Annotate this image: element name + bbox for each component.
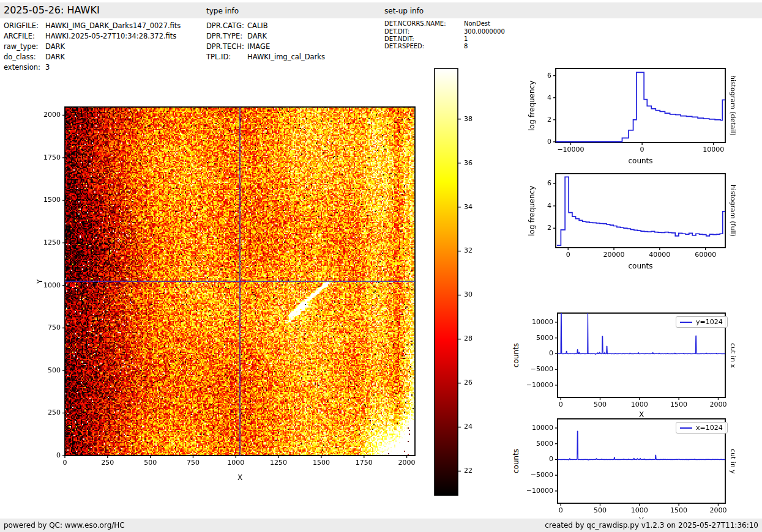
histogram-detail-yaxis-label: log frequency — [528, 68, 536, 142]
type-info-label: DPR.TECH: — [206, 42, 244, 51]
cut-in-x-xaxis-label: X — [558, 410, 725, 419]
type-info-label: TPL.ID: — [206, 53, 231, 61]
file-info-value: DARK — [45, 53, 65, 61]
main-yaxis-label: Y — [35, 107, 44, 456]
histogram-detail-xaxis-label: counts — [556, 157, 725, 165]
setup-info-label: DET.RSPEED: — [384, 43, 424, 50]
type-info-value: DARK — [247, 32, 267, 40]
cut-in-x-legend: y=1024 — [676, 316, 728, 328]
file-info-label: ARCFILE: — [4, 32, 35, 40]
cut-in-y-legend: x=1024 — [676, 422, 728, 434]
dark-frame-heatmap-canvas — [35, 97, 430, 503]
setup-info-label: DET.NDIT: — [384, 35, 414, 42]
setup-info-value: 300.0000000 — [464, 28, 505, 35]
main-xaxis-label: X — [65, 473, 415, 482]
type-info-label: DPR.CATG: — [206, 21, 244, 30]
type-info-value: HAWKI_img_cal_Darks — [247, 53, 325, 61]
histogram-full-side-label: histogram (full) — [729, 174, 737, 248]
file-info-label: raw_type: — [4, 42, 39, 51]
cut-in-y-yaxis-label: counts — [512, 419, 520, 503]
page-title: 2025-05-26: HAWKI — [4, 4, 100, 16]
setup-info-label: DET.DIT: — [384, 28, 409, 35]
histogram-detail-side-label: histogram (detail) — [729, 68, 737, 142]
cut-in-x-side-label: cut in x — [729, 313, 737, 397]
histogram-full-canvas — [525, 168, 739, 263]
setup-info-label: DET.NCORRS.NAME: — [384, 20, 446, 27]
setup-info-title: set-up info — [384, 7, 424, 15]
file-info-label: extension: — [4, 63, 40, 72]
histogram-full-xaxis-label: counts — [556, 262, 725, 270]
file-info-value: DARK — [45, 42, 65, 51]
file-info-value: HAWKI.2025-05-27T10:34:28.372.fits — [45, 32, 176, 40]
header-bar — [0, 2, 762, 18]
setup-info-value: NonDest — [464, 20, 490, 27]
footer-powered-by: powered by QC: www.eso.org/HC — [4, 521, 125, 530]
footer-created-by: created by qc_rawdisp.py v1.2.3 on 2025-… — [545, 521, 758, 530]
setup-info-value: 1 — [464, 35, 468, 42]
type-info-label: DPR.TYPE: — [206, 32, 242, 40]
cut-in-x-yaxis-label: counts — [512, 313, 520, 397]
cut-in-y-side-label: cut in y — [729, 419, 737, 503]
histogram-full-yaxis-label: log frequency — [528, 174, 536, 248]
setup-info-value: 8 — [464, 43, 468, 50]
legend-line-sample — [680, 322, 692, 323]
cut-in-x-legend-label: y=1024 — [696, 318, 723, 326]
colorbar-canvas — [430, 63, 486, 501]
legend-line-sample — [680, 427, 692, 429]
histogram-detail-canvas — [525, 63, 739, 158]
type-info-value: IMAGE — [247, 42, 270, 51]
file-info-label: ORIGFILE: — [4, 21, 39, 30]
file-info-value: 3 — [45, 63, 50, 72]
file-info-label: do_class: — [4, 53, 36, 61]
file-info-value: HAWKI_IMG_DARK_Darks147_0027.fits — [45, 21, 181, 30]
type-info-value: CALIB — [247, 21, 268, 30]
type-info-title: type info — [206, 7, 239, 15]
qc-report-page: 2025-05-26: HAWKI type info set-up info … — [0, 0, 762, 532]
cut-in-y-legend-label: x=1024 — [696, 424, 723, 432]
